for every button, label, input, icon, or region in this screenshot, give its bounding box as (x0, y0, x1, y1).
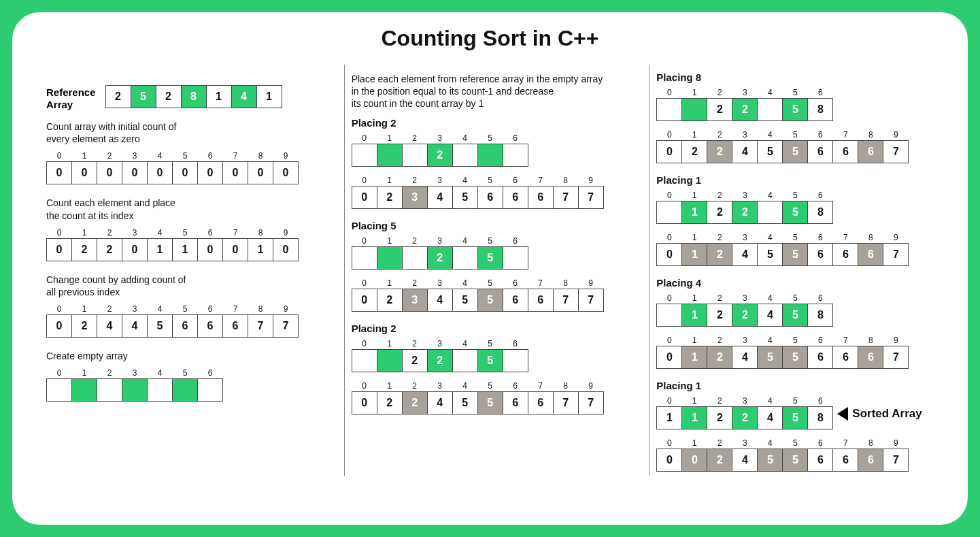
array-cell: 11 (681, 346, 707, 369)
array-index: 1 (682, 233, 707, 242)
array-cell: 79 (578, 186, 604, 209)
array-cell: 67 (528, 391, 554, 414)
array-index: 0 (352, 236, 377, 246)
array-index: 4 (453, 176, 477, 185)
array-index: 4 (148, 151, 172, 161)
array-cell: 23 (732, 201, 758, 224)
array-cell: 54 (147, 314, 173, 338)
array-cell: 3 (122, 378, 148, 402)
array-cell: 32 (402, 289, 428, 312)
array-cell: 54 (452, 391, 478, 414)
array-cell: 5 (131, 85, 156, 108)
array-cell: 54 (452, 289, 478, 312)
array-index: 1 (682, 438, 707, 448)
reference-array: 2528141 (105, 85, 282, 108)
array-cell: 68 (858, 449, 883, 472)
array-index: 5 (783, 293, 807, 303)
array-cell: 22 (707, 140, 732, 163)
array-index: 2 (707, 233, 732, 242)
array-cell: 55 (782, 449, 808, 472)
array-index: 0 (352, 339, 377, 348)
output-array: 0122234556 (352, 349, 528, 372)
reference-row: Reference Array 2528141 (46, 85, 324, 112)
array-index: 7 (223, 228, 248, 238)
array-index: 2 (97, 228, 122, 238)
array-index: 7 (833, 336, 858, 345)
array-cell: 67 (832, 243, 858, 266)
array-cell: 5 (477, 144, 503, 167)
array-index: 0 (657, 233, 681, 242)
array-index: 2 (403, 176, 427, 185)
array-cell: 1 (71, 378, 97, 402)
array-cell: 4 (452, 246, 478, 270)
sorted-array-label: Sorted Array (852, 407, 922, 421)
array-index: 8 (248, 304, 273, 314)
array-index: 8 (858, 336, 883, 345)
array-cell: 44 (757, 406, 783, 429)
array-cell: 00 (46, 314, 72, 338)
array-index: 2 (707, 438, 732, 448)
array-index: 4 (148, 304, 172, 314)
array-index: 0 (352, 133, 377, 143)
array-cell: 23 (732, 98, 758, 121)
array-cell: 79 (883, 449, 909, 472)
array-index: 8 (858, 438, 883, 448)
step-title: Placing 2 (352, 117, 629, 129)
array-cell: 22 (707, 449, 732, 472)
col-setup: Reference Array 2528141 Count array with… (39, 65, 331, 476)
array-cell: 55 (477, 246, 503, 270)
array-index: 7 (223, 151, 248, 161)
array-index: 9 (883, 438, 908, 448)
count-array: 00212243545566676879 (656, 140, 909, 163)
array-index: 0 (47, 151, 71, 161)
array-index: 3 (428, 236, 452, 246)
array-index: 3 (122, 368, 147, 378)
array-index: 2 (97, 151, 122, 161)
count-array: 00212243545566677879 (352, 391, 604, 414)
array-cell: 4 (452, 349, 478, 372)
array-index: 1 (682, 130, 707, 140)
array-cell: 55 (782, 243, 808, 266)
placing-intro: Place each element from reference array … (352, 73, 629, 110)
array-index: 3 (122, 304, 147, 314)
array-cell: 86 (807, 98, 833, 121)
array-index: 5 (783, 88, 807, 97)
array-cell: 54 (757, 449, 783, 472)
array-cell: 5 (172, 378, 198, 402)
array-cell: 4 (147, 378, 173, 402)
array-cell: 0 (46, 378, 72, 402)
array-cell: 06 (197, 238, 223, 261)
array-cell: 42 (97, 314, 122, 338)
diagram-card: Counting Sort in C++ Reference Array 252… (12, 12, 968, 525)
array-cell: 00 (352, 289, 377, 312)
step-title: Placing 1 (656, 380, 934, 391)
array-cell: 43 (732, 140, 758, 163)
array-cell: 07 (222, 161, 248, 184)
array-index: 0 (657, 130, 681, 140)
array-index: 3 (428, 133, 452, 143)
array-cell: 6 (503, 246, 528, 270)
array-cell: 68 (858, 243, 883, 266)
array-index: 9 (273, 304, 298, 314)
array-cell: 4 (452, 144, 478, 167)
array-index: 3 (732, 396, 757, 406)
array-cell: 21 (681, 140, 707, 163)
array-cell: 21 (377, 289, 403, 312)
array-index: 5 (173, 368, 197, 378)
step-title: Placing 5 (352, 220, 629, 231)
col-placing-b: Placing 80122234558600212243545566676879… (649, 65, 941, 476)
col-placing-a: Place each element from reference array … (344, 65, 636, 476)
array-index: 2 (707, 191, 732, 200)
array-index: 0 (47, 304, 71, 314)
array-index: 6 (808, 438, 832, 448)
array-cell: 65 (172, 314, 198, 338)
array-cell: 55 (782, 98, 808, 121)
array-cell: 11 (681, 243, 707, 266)
array-cell: 6 (503, 349, 528, 372)
array-index: 5 (478, 176, 503, 185)
array-cell: 32 (402, 186, 428, 209)
array-index: 2 (403, 339, 427, 348)
array-index: 1 (377, 278, 402, 288)
array-cell: 23 (427, 349, 453, 372)
array-cell: 00 (352, 391, 377, 414)
